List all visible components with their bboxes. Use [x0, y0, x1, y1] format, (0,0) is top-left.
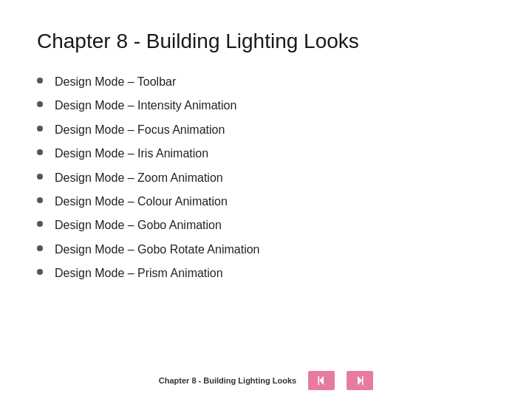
- list-item: Design Mode – Prism Animation: [37, 265, 495, 282]
- footer: Chapter 8 - Building Lighting Looks: [0, 371, 532, 390]
- list-item: Design Mode – Toolbar: [37, 74, 495, 90]
- bullet-text: Design Mode – Zoom Animation: [55, 170, 223, 186]
- bullet-dot: [37, 101, 43, 107]
- list-item: Design Mode – Iris Animation: [37, 146, 495, 162]
- svg-rect-3: [362, 376, 364, 385]
- list-item: Design Mode – Gobo Animation: [37, 217, 495, 233]
- bullet-text: Design Mode – Gobo Rotate Animation: [55, 242, 260, 258]
- svg-marker-0: [319, 376, 324, 385]
- bullet-list: Design Mode – ToolbarDesign Mode – Inten…: [37, 74, 495, 290]
- bullet-text: Design Mode – Toolbar: [55, 74, 176, 90]
- slide: Chapter 8 - Building Lighting Looks Desi…: [0, 0, 532, 399]
- list-item: Design Mode – Zoom Animation: [37, 170, 495, 186]
- bullet-text: Design Mode – Gobo Animation: [55, 217, 222, 233]
- list-item: Design Mode – Focus Animation: [37, 122, 495, 138]
- bullet-dot: [37, 174, 43, 180]
- prev-button[interactable]: [308, 371, 335, 390]
- bullet-text: Design Mode – Prism Animation: [55, 265, 223, 282]
- bullet-dot: [37, 126, 43, 132]
- bullet-text: Design Mode – Intensity Animation: [55, 98, 236, 114]
- list-item: Design Mode – Gobo Rotate Animation: [37, 242, 495, 258]
- bullet-dot: [37, 149, 43, 155]
- bullet-dot: [37, 197, 43, 203]
- bullet-text: Design Mode – Iris Animation: [55, 146, 208, 162]
- svg-marker-2: [358, 376, 362, 385]
- bullet-dot: [37, 221, 43, 227]
- bullet-dot: [37, 245, 43, 251]
- svg-rect-1: [318, 376, 320, 385]
- footer-text: Chapter 8 - Building Lighting Looks: [159, 376, 296, 385]
- bullet-text: Design Mode – Colour Animation: [55, 194, 228, 210]
- slide-title: Chapter 8 - Building Lighting Looks: [37, 30, 495, 53]
- next-button[interactable]: [347, 371, 373, 390]
- list-item: Design Mode – Colour Animation: [37, 194, 495, 210]
- bullet-text: Design Mode – Focus Animation: [55, 122, 225, 138]
- bullet-dot: [37, 269, 43, 275]
- list-item: Design Mode – Intensity Animation: [37, 98, 495, 114]
- bullet-dot: [37, 78, 43, 83]
